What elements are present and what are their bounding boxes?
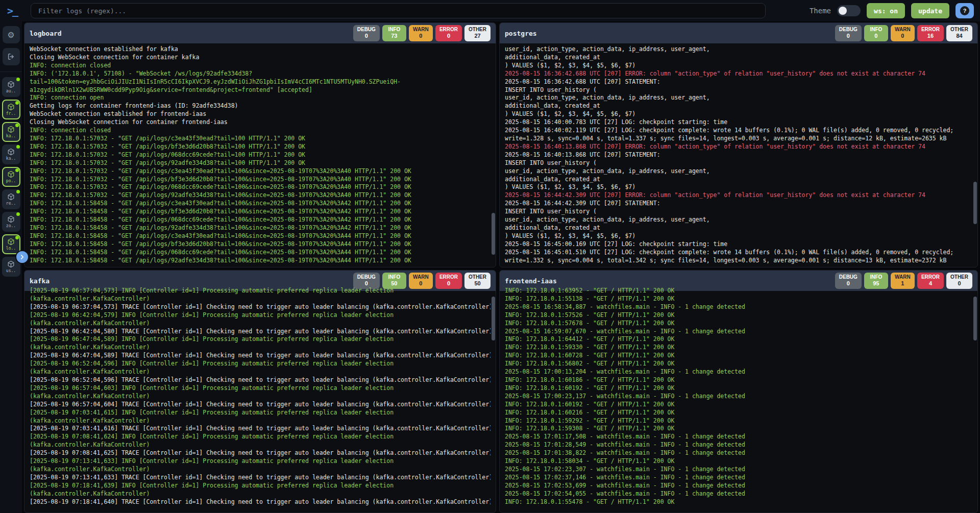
sidebar-item-label: lo..: [6, 246, 16, 251]
log-line: INFO: 172.18.0.1:57678 - "GET / HTTP/1.1…: [505, 320, 972, 328]
badge-count: 0: [868, 33, 884, 39]
terminal-prompt-icon: >_: [7, 5, 31, 17]
question-mark-icon: ?: [960, 6, 969, 15]
scrollbar-track[interactable]: [492, 44, 495, 266]
sidebar-item-fr-1[interactable]: fr..: [2, 100, 20, 119]
log-line: [2025-08-19 06:42:04,580] TRACE [Control…: [30, 328, 491, 336]
badge-warn[interactable]: WARN 0: [891, 25, 915, 41]
log-line: user_id, action_type, action_data, ip_ad…: [505, 167, 972, 176]
theme-toggle[interactable]: [837, 5, 861, 16]
badge-info[interactable]: INFO 73: [382, 25, 406, 41]
status-dot: [15, 101, 19, 105]
log-line: INFO: 172.18.0.1:58458 - "GET /api/logs/…: [30, 216, 491, 224]
log-line: user_id, action_type, action_data, ip_ad…: [505, 94, 972, 102]
badge-count: 0: [895, 33, 911, 39]
log-line: (kafka.controller.KafkaController): [30, 417, 491, 425]
badge-other[interactable]: OTHER 27: [464, 25, 491, 41]
container-cube-icon: [7, 81, 15, 88]
log-line: INFO: 172.18.0.1:59292 - "GET / HTTP/1.1…: [505, 417, 972, 425]
sidebar-expand-button[interactable]: [15, 250, 29, 264]
log-line: 2025-08-15 17:02:54,055 - watchfiles.mai…: [505, 490, 972, 498]
sidebar-item-zo-6[interactable]: zo..: [2, 212, 20, 232]
log-line: 2025-08-15 16:45:00.169 UTC [27] LOG: ch…: [505, 240, 972, 249]
scrollbar-track[interactable]: [973, 292, 977, 511]
logout-button[interactable]: [3, 48, 20, 65]
log-output[interactable]: user_id, action_type, action_data, ip_ad…: [500, 43, 972, 267]
container-cube-icon: [7, 260, 15, 268]
log-line: INFO: 172.18.0.1:55138 - "GET / HTTP/1.1…: [505, 295, 972, 303]
log-line: 2025-08-15 16:45:01.510 UTC [27] LOG: ch…: [505, 249, 972, 257]
log-line: Closing WebSocket connection for contain…: [30, 54, 491, 62]
log-output[interactable]: INFO: 172.18.0.1:63952 - "GET / HTTP/1.1…: [500, 287, 972, 512]
log-line: 2025-08-15 17:02:37,146 - watchfiles.mai…: [505, 474, 972, 482]
log-line: (kafka.controller.KafkaController): [30, 441, 491, 449]
badge-label: WARN: [895, 27, 911, 33]
badge-count: 50: [469, 280, 486, 287]
log-line: WebSocket connection established for kaf…: [30, 45, 491, 54]
sidebar-item-re-5[interactable]: re..: [2, 189, 20, 209]
ws-toggle-button[interactable]: ws: on: [867, 3, 905, 18]
log-line: 2025-08-15 17:02:23,307 - watchfiles.mai…: [505, 466, 972, 474]
sidebar-item-ka-2[interactable]: ka..: [2, 122, 20, 142]
update-button[interactable]: update: [911, 3, 949, 18]
log-line: INFO: 172.18.0.1:57032 - "GET /api/logs/…: [30, 176, 491, 184]
badge-debug[interactable]: DEBUG 0: [353, 25, 380, 41]
log-line: INFO: 172.18.0.1:57032 - "GET /api/logs/…: [30, 151, 491, 159]
log-line: ) VALUES ($1, $2, $3, $4, $5, $6, $7): [505, 232, 972, 240]
log-line: 2025-08-15 16:40:00.783 UTC [27] LOG: ch…: [505, 118, 972, 127]
container-cube-icon: [7, 238, 15, 246]
badge-error[interactable]: ERROR 0: [435, 25, 462, 41]
badge-warn[interactable]: WARN 0: [409, 25, 433, 41]
log-line: [2025-08-19 06:47:04,589] INFO [Controll…: [30, 335, 491, 344]
badge-info[interactable]: INFO 0: [864, 25, 888, 41]
log-line: (kafka.controller.KafkaController): [30, 466, 491, 474]
log-line: INFO: 172.18.0.1:59330 - "GET / HTTP/1.1…: [505, 344, 972, 352]
status-dot: [16, 145, 20, 149]
container-cube-icon: [7, 170, 15, 178]
settings-button[interactable]: ⚙: [3, 26, 20, 43]
log-line: INFO: 172.18.0.1:58458 - "GET /api/logs/…: [30, 257, 491, 265]
chevron-right-icon: [19, 254, 25, 260]
log-line: INFO: 172.18.0.1:57032 - "GET /api/logs/…: [30, 135, 491, 143]
badge-error[interactable]: ERROR 16: [917, 25, 944, 41]
log-line: [2025-08-19 07:03:41,615] INFO [Controll…: [30, 409, 491, 417]
scrollbar-thumb[interactable]: [973, 182, 977, 224]
log-line: INFO: 172.18.0.1:58458 - "GET /api/logs/…: [30, 240, 491, 249]
level-badges: DEBUG 0 INFO 73 WARN 0 ERROR 0 OTHER 27: [353, 25, 491, 41]
log-line: 2025-08-15 17:00:23,137 - watchfiles.mai…: [505, 393, 972, 401]
panel-title: logboard: [30, 30, 62, 37]
badge-label: ERROR: [921, 274, 940, 280]
sidebar-item-ka-3[interactable]: ka..: [2, 144, 20, 164]
filter-input[interactable]: [31, 3, 766, 18]
container-cube-icon: [7, 148, 15, 156]
panel-header: postgres DEBUG 0 INFO 0 WARN 0 ERROR 16 …: [500, 23, 977, 43]
badge-label: WARN: [413, 274, 429, 280]
log-line: INFO: 172.18.0.1:58458 - "GET /api/logs/…: [30, 224, 491, 232]
scrollbar-track[interactable]: [492, 292, 495, 511]
log-line: 2025-08-15 16:36:42.688 UTC [207] ERROR:…: [505, 70, 972, 78]
scrollbar-track[interactable]: [973, 44, 977, 266]
log-output[interactable]: [2025-08-19 06:37:04,573] INFO [Controll…: [24, 287, 491, 512]
sidebar-item-au-0[interactable]: au..: [2, 77, 20, 97]
scrollbar-thumb[interactable]: [492, 213, 495, 255]
panel-title: postgres: [505, 30, 537, 37]
log-line: 2025-08-15 16:59:07,670 - watchfiles.mai…: [505, 328, 972, 336]
sidebar-items: au.. fr.. ka.. ka.. po..: [2, 77, 20, 279]
log-line: WebSocket connection established for fro…: [30, 110, 491, 118]
help-button[interactable]: ?: [955, 3, 974, 18]
panel-title: frontend-iaas: [505, 277, 557, 285]
sidebar-item-po-4[interactable]: po..: [2, 167, 20, 187]
log-line: INFO: 172.18.0.1:63952 - "GET / HTTP/1.1…: [505, 287, 972, 295]
badge-debug[interactable]: DEBUG 0: [835, 25, 862, 41]
scrollbar-thumb[interactable]: [492, 297, 495, 340]
log-output[interactable]: WebSocket connection established for kaf…: [24, 43, 491, 267]
sidebar-item-label: au..: [6, 89, 16, 93]
log-line: 2025-08-15 16:44:42.309 UTC [207] STATEM…: [505, 200, 972, 208]
log-line: INFO: 172.18.0.1:64412 - "GET / HTTP/1.1…: [505, 335, 972, 344]
panel-title: kafka: [30, 277, 50, 285]
scrollbar-thumb[interactable]: [973, 297, 977, 340]
log-line: user_id, action_type, action_data, ip_ad…: [505, 216, 972, 224]
badge-label: ERROR: [439, 274, 458, 280]
log-line: Closing WebSocket connection for contain…: [30, 118, 491, 127]
badge-other[interactable]: OTHER 84: [946, 25, 972, 41]
